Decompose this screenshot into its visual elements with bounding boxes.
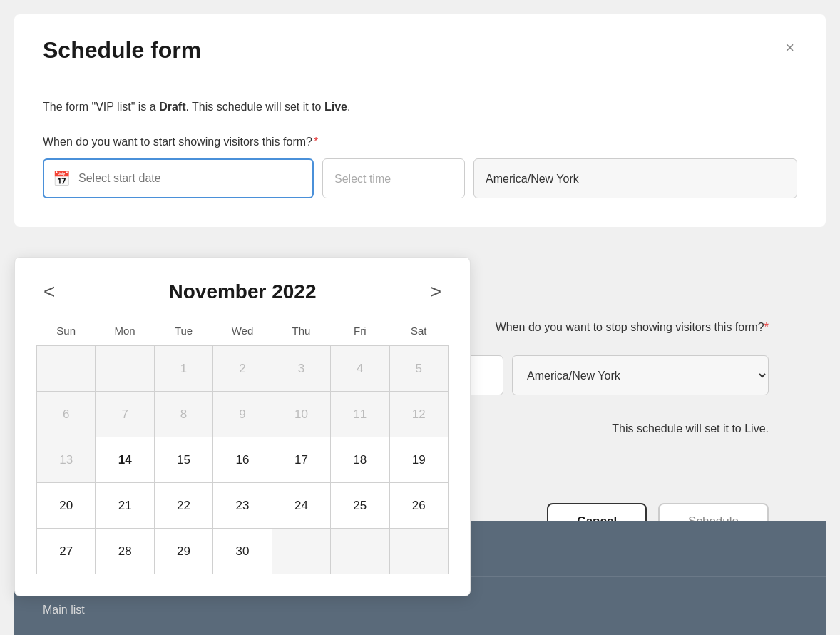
calendar-week-row: 13141516171819 xyxy=(37,437,449,483)
calendar-week-row: 27282930 xyxy=(37,529,449,574)
calendar-cell[interactable]: 23 xyxy=(213,483,272,529)
calendar-cell: 1 xyxy=(154,346,212,392)
calendar-day: 10 xyxy=(272,392,330,437)
end-section-label: When do you want to stop showing visitor… xyxy=(496,321,769,334)
calendar-day-header: Sat xyxy=(389,320,448,346)
calendar-day[interactable]: 17 xyxy=(272,437,330,482)
calendar-cell: 11 xyxy=(331,392,389,437)
calendar-day[interactable]: 22 xyxy=(155,483,212,528)
calendar-day-header: Fri xyxy=(331,320,389,346)
desc-mid: is a xyxy=(135,101,159,113)
calendar-week-row: 20212223242526 xyxy=(37,483,449,529)
modal-title: Schedule form xyxy=(43,37,201,64)
dark-list-item-2[interactable]: Main list xyxy=(14,594,826,626)
calendar-cell: 4 xyxy=(331,346,389,392)
end-timezone-select[interactable]: America/New York xyxy=(512,355,769,395)
calendar-day[interactable]: 19 xyxy=(390,437,448,482)
calendar-day: 2 xyxy=(213,346,271,391)
calendar-cell[interactable]: 19 xyxy=(389,437,448,483)
calendar-day-header: Wed xyxy=(213,320,272,346)
form-name: "VIP list" xyxy=(91,101,135,113)
calendar-day: 11 xyxy=(331,392,389,437)
calendar-cell xyxy=(389,529,448,574)
calendar-day[interactable]: 18 xyxy=(331,437,389,482)
calendar-day[interactable]: 15 xyxy=(155,437,212,482)
calendar-day[interactable]: 24 xyxy=(272,483,330,528)
close-button[interactable]: × xyxy=(782,37,797,59)
calendar-days-header: SunMonTueWedThuFriSat xyxy=(37,320,449,346)
desc-end: . xyxy=(347,101,350,113)
calendar-day[interactable]: 30 xyxy=(213,529,271,574)
date-input-wrapper: 📅 xyxy=(43,158,314,198)
calendar-day[interactable]: 16 xyxy=(213,437,271,482)
desc-pre: The form xyxy=(43,101,91,113)
calendar-cell: 7 xyxy=(96,392,154,437)
start-date-input[interactable] xyxy=(43,158,314,198)
calendar-day: 5 xyxy=(390,346,448,391)
draft-label: Draft xyxy=(159,101,185,113)
calendar-day-header: Sun xyxy=(37,320,96,346)
calendar-cell[interactable]: 27 xyxy=(37,529,96,574)
calendar-cell: 9 xyxy=(213,392,272,437)
calendar-cell: 3 xyxy=(272,346,330,392)
schedule-modal: Schedule form × The form "VIP list" is a… xyxy=(14,14,826,227)
start-date-row: 📅 Select time America/New York xyxy=(43,158,797,198)
calendar-day: 8 xyxy=(155,392,212,437)
calendar-day: 13 xyxy=(37,437,95,482)
calendar-cell: 6 xyxy=(37,392,96,437)
calendar-day[interactable]: 28 xyxy=(96,529,153,574)
calendar-cell[interactable]: 26 xyxy=(389,483,448,529)
calendar-cell[interactable]: 15 xyxy=(154,437,212,483)
calendar-cell[interactable]: 29 xyxy=(154,529,212,574)
calendar-day[interactable]: 23 xyxy=(213,483,271,528)
desc-post: . This schedule will set it to xyxy=(185,101,324,113)
calendar-cell[interactable]: 17 xyxy=(272,437,330,483)
calendar-cell[interactable]: 22 xyxy=(154,483,212,529)
calendar-dropdown: < November 2022 > SunMonTueWedThuFriSat … xyxy=(14,257,471,596)
calendar-cell xyxy=(331,529,389,574)
calendar-cell[interactable]: 20 xyxy=(37,483,96,529)
calendar-day: 3 xyxy=(272,346,330,391)
calendar-cell: 12 xyxy=(389,392,448,437)
calendar-cell[interactable]: 18 xyxy=(331,437,389,483)
calendar-icon: 📅 xyxy=(53,170,71,187)
calendar-prev-button[interactable]: < xyxy=(36,278,62,306)
calendar-cell xyxy=(37,346,96,392)
calendar-day[interactable]: 20 xyxy=(37,483,95,528)
calendar-month-year: November 2022 xyxy=(168,280,316,303)
required-indicator: * xyxy=(314,136,318,148)
calendar-cell[interactable]: 30 xyxy=(213,529,272,574)
calendar-day[interactable]: 29 xyxy=(155,529,212,574)
calendar-day[interactable]: 25 xyxy=(331,483,389,528)
live-description: This schedule will set it to Live. xyxy=(612,422,769,435)
calendar-day-header: Thu xyxy=(272,320,330,346)
live-label: Live xyxy=(324,101,347,113)
calendar-day-header: Mon xyxy=(96,320,154,346)
calendar-day: 6 xyxy=(37,392,95,437)
modal-header: Schedule form × xyxy=(43,37,797,64)
calendar-grid: SunMonTueWedThuFriSat 123456789101112131… xyxy=(36,320,449,574)
start-timezone-select[interactable]: America/New York xyxy=(473,158,797,198)
calendar-cell[interactable]: 28 xyxy=(96,529,154,574)
calendar-cell[interactable]: 24 xyxy=(272,483,330,529)
calendar-cell: 13 xyxy=(37,437,96,483)
calendar-cell: 10 xyxy=(272,392,330,437)
calendar-day: 7 xyxy=(96,392,153,437)
calendar-cell[interactable]: 14 xyxy=(96,437,154,483)
calendar-next-button[interactable]: > xyxy=(423,278,449,306)
calendar-cell[interactable]: 16 xyxy=(213,437,272,483)
calendar-cell: 8 xyxy=(154,392,212,437)
calendar-day[interactable]: 26 xyxy=(390,483,448,528)
calendar-day[interactable]: 27 xyxy=(37,529,95,574)
calendar-day[interactable]: 21 xyxy=(96,483,153,528)
end-required: * xyxy=(764,321,769,333)
calendar-cell[interactable]: 21 xyxy=(96,483,154,529)
calendar-week-row: 12345 xyxy=(37,346,449,392)
calendar-day-header: Tue xyxy=(154,320,212,346)
calendar-day[interactable]: 14 xyxy=(96,437,153,482)
calendar-cell: 5 xyxy=(389,346,448,392)
calendar-cell[interactable]: 25 xyxy=(331,483,389,529)
calendar-cell: 2 xyxy=(213,346,272,392)
start-time-select[interactable]: Select time xyxy=(322,158,465,198)
modal-overlay: Schedule form × The form "VIP list" is a… xyxy=(14,14,826,635)
